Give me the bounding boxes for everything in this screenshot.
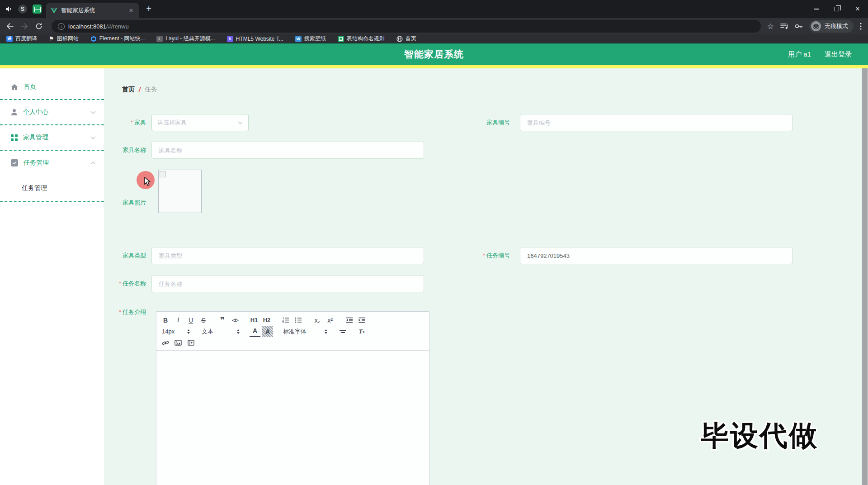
- bold-button[interactable]: B: [160, 315, 171, 326]
- font-family-select[interactable]: 标准字体: [281, 328, 329, 336]
- superscript-button[interactable]: x²: [325, 315, 335, 326]
- layui-icon: L: [156, 36, 163, 42]
- strikethrough-button[interactable]: S: [198, 315, 209, 326]
- incognito-icon: [811, 21, 821, 31]
- user-icon: [11, 109, 18, 116]
- task-no-input[interactable]: [520, 247, 793, 264]
- sidebar-subitem-task-management[interactable]: 任务管理: [0, 175, 104, 201]
- forward-icon[interactable]: [18, 20, 31, 33]
- site-info-icon[interactable]: i: [58, 23, 65, 30]
- logout-link[interactable]: 退出登录: [825, 50, 852, 59]
- home-icon: [11, 84, 18, 90]
- required-asterisk: *: [483, 252, 485, 259]
- underline-button[interactable]: U: [185, 315, 196, 326]
- pinned-tab-s-icon[interactable]: S: [18, 5, 27, 14]
- breadcrumb: 首页 / 任务: [122, 86, 157, 94]
- speaker-icon[interactable]: [5, 6, 13, 12]
- image-icon[interactable]: [173, 338, 184, 348]
- scrollbar-thumb[interactable]: [862, 68, 868, 485]
- sidebar-item-label: 首页: [24, 83, 36, 91]
- menu-dots-icon[interactable]: [860, 23, 862, 30]
- bullet-list-icon[interactable]: [293, 315, 304, 326]
- incognito-badge[interactable]: 无痕模式: [809, 20, 854, 33]
- sidebar-divider: [0, 201, 104, 202]
- tab-close-icon[interactable]: ×: [127, 6, 135, 14]
- sidebar-item-furniture-management[interactable]: 家具管理: [0, 125, 104, 150]
- clear-format-button[interactable]: Tx: [356, 326, 367, 337]
- field-label-task-no: *任务编号: [420, 252, 515, 260]
- sidebar-item-home[interactable]: 首页: [0, 75, 104, 99]
- browser-tab-bar: S 智能家居系统 × + ×: [0, 0, 868, 18]
- chevron-up-icon: [90, 162, 96, 165]
- stepper-arrows-icon: [237, 329, 240, 334]
- table-icon: [338, 36, 344, 42]
- bookmark-star-icon[interactable]: ☆: [767, 22, 774, 31]
- browser-tab[interactable]: 智能家居系统 ×: [46, 3, 139, 18]
- indent-icon[interactable]: [356, 315, 367, 326]
- yellow-divider-strip: [0, 65, 868, 68]
- page-scrollbar[interactable]: [862, 68, 868, 485]
- header-user[interactable]: 用户 a1: [788, 50, 811, 59]
- window-minimize-button[interactable]: [806, 0, 826, 18]
- italic-button[interactable]: I: [173, 315, 184, 326]
- align-icon[interactable]: [337, 326, 348, 337]
- text-color-button[interactable]: A: [250, 326, 260, 337]
- stepper-arrows-icon: [187, 329, 190, 334]
- globe-icon: [396, 36, 403, 42]
- code-block-button[interactable]: </>: [230, 315, 241, 326]
- heading1-button[interactable]: H1: [249, 315, 259, 326]
- bookmark-table-naming-rules[interactable]: 表结构命名规则: [338, 35, 385, 43]
- reload-icon[interactable]: [33, 20, 45, 33]
- element-hexagon-icon: [90, 36, 97, 42]
- new-tab-button[interactable]: +: [142, 3, 155, 15]
- html5-icon: 5: [227, 36, 233, 42]
- app-title: 智能家居系统: [404, 48, 464, 61]
- url-host: localhost:8081: [68, 23, 106, 30]
- furniture-select[interactable]: 请选择家具: [151, 114, 249, 131]
- editor-content-area[interactable]: [156, 351, 429, 485]
- sidebar-item-label: 个人中心: [23, 108, 48, 116]
- breadcrumb-current: 任务: [145, 86, 157, 94]
- heading2-button[interactable]: H2: [261, 315, 272, 326]
- ordered-list-icon[interactable]: [280, 315, 291, 326]
- sidebar-subitem-label: 任务管理: [22, 184, 47, 192]
- outdent-icon[interactable]: [344, 315, 354, 326]
- photo-upload-box[interactable]: [158, 170, 202, 213]
- chart-icon: [11, 159, 18, 166]
- background-color-button[interactable]: A: [262, 326, 273, 337]
- bookmark-homepage[interactable]: 首页: [396, 35, 416, 43]
- back-icon[interactable]: [4, 20, 16, 33]
- furniture-no-input[interactable]: [520, 114, 793, 131]
- font-size-select[interactable]: 14px: [160, 328, 192, 335]
- video-icon[interactable]: [185, 338, 196, 348]
- bookmark-label: Element - 网站快...: [99, 35, 145, 43]
- subscript-button[interactable]: x₂: [312, 315, 323, 326]
- app-header: 智能家居系统 用户 a1 退出登录: [0, 43, 868, 65]
- blockquote-button[interactable]: ❞: [217, 315, 228, 326]
- wallpaper-icon: W: [295, 36, 302, 42]
- field-label-task-intro: *任务介绍: [104, 308, 151, 316]
- pinned-tab-sheet-icon[interactable]: [33, 5, 42, 14]
- text-style-select[interactable]: 文本: [200, 328, 241, 336]
- bookmark-baidu-translate[interactable]: 译 百度翻译: [6, 35, 37, 43]
- sidebar-item-personal-center[interactable]: 个人中心: [0, 100, 104, 124]
- bookmark-label: HTML5 Website T...: [236, 36, 283, 42]
- window-close-button[interactable]: ×: [847, 0, 868, 18]
- task-name-input[interactable]: [151, 275, 424, 292]
- password-key-icon[interactable]: [795, 24, 803, 29]
- breadcrumb-home[interactable]: 首页: [122, 86, 135, 94]
- bookmark-layui[interactable]: L Layui - 经典开源模...: [156, 35, 215, 43]
- media-control-icon[interactable]: [780, 23, 788, 29]
- address-bar[interactable]: i localhost:8081/#/renwu: [52, 20, 761, 33]
- sidebar-item-task-management[interactable]: 任务管理: [0, 151, 104, 175]
- link-icon[interactable]: [160, 338, 171, 348]
- bookmark-icon-site[interactable]: ⚑ 图标网站: [49, 35, 79, 43]
- furniture-name-input[interactable]: [151, 142, 424, 159]
- bookmark-element-ui[interactable]: Element - 网站快...: [90, 35, 145, 43]
- furniture-type-input[interactable]: [151, 247, 424, 264]
- window-restore-button[interactable]: [826, 0, 847, 18]
- bookmark-wallpaper-search[interactable]: W 搜索壁纸: [295, 35, 326, 43]
- bookmark-html5-template[interactable]: 5 HTML5 Website T...: [227, 36, 283, 42]
- bookmark-label: 搜索壁纸: [304, 35, 326, 43]
- upload-placeholder-square: [160, 171, 166, 177]
